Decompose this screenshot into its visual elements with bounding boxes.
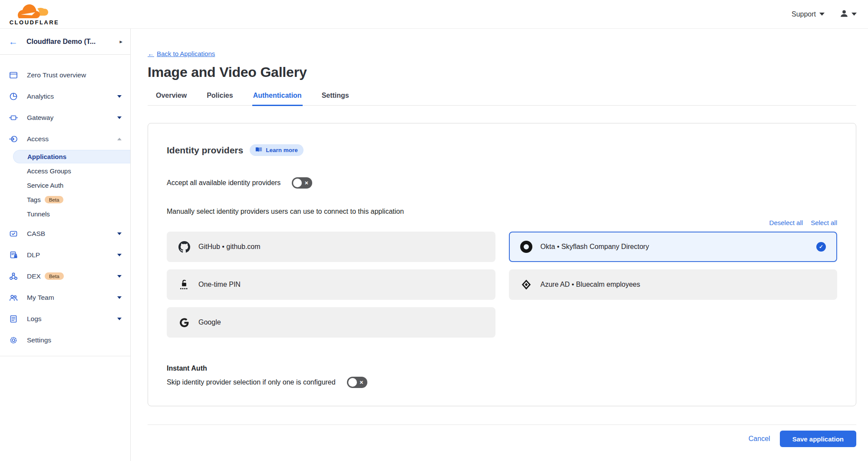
sidebar-item-zero-trust-overview[interactable]: Zero Trust overview bbox=[0, 64, 130, 86]
analytics-icon bbox=[9, 92, 18, 101]
google-icon bbox=[178, 317, 190, 328]
support-label: Support bbox=[792, 10, 816, 18]
access-sub-menu: Applications Access Groups Service Auth … bbox=[0, 150, 130, 221]
access-icon bbox=[9, 134, 18, 143]
card-title: Identity providers bbox=[167, 145, 243, 156]
learn-more-label: Learn more bbox=[266, 147, 298, 153]
sidebar-item-logs[interactable]: Logs bbox=[0, 308, 130, 329]
sidebar-item-dex[interactable]: DEX Beta bbox=[0, 265, 130, 287]
gateway-icon bbox=[9, 113, 18, 122]
toggle-knob bbox=[348, 378, 357, 387]
chevron-down-icon[interactable] bbox=[117, 275, 122, 278]
sidebar-item-label: Service Auth bbox=[27, 182, 63, 189]
selected-check-icon: ✓ bbox=[816, 242, 826, 252]
sidebar-item-settings[interactable]: Settings bbox=[0, 329, 130, 351]
tab-overview[interactable]: Overview bbox=[155, 92, 188, 106]
user-icon bbox=[839, 9, 849, 20]
manual-select-label: Manually select identity providers users… bbox=[167, 208, 837, 216]
cancel-button[interactable]: Cancel bbox=[749, 435, 770, 443]
tab-bar: Overview Policies Authentication Setting… bbox=[148, 92, 856, 106]
sidebar-item-applications[interactable]: Applications bbox=[13, 150, 130, 163]
back-to-applications-link[interactable]: ← Back to Applications bbox=[148, 50, 215, 57]
casb-icon bbox=[9, 229, 18, 238]
save-application-button[interactable]: Save application bbox=[780, 431, 856, 447]
provider-okta[interactable]: Okta • Skyflash Company Directory ✓ bbox=[509, 232, 838, 262]
team-icon bbox=[9, 293, 18, 302]
identity-providers-card: Identity providers Learn more Accept all… bbox=[148, 123, 856, 406]
provider-one-time-pin[interactable]: One-time PIN bbox=[167, 269, 495, 300]
sidebar-item-label: My Team bbox=[27, 294, 54, 302]
sidebar-divider bbox=[0, 356, 130, 356]
sidebar-item-label: Tunnels bbox=[27, 210, 50, 218]
sidebar-item-tags[interactable]: Tags Beta bbox=[0, 192, 130, 207]
chevron-down-icon[interactable] bbox=[117, 95, 122, 98]
account-switcher[interactable]: ← Cloudflare Demo (T... ▸ bbox=[0, 29, 130, 55]
select-all-link[interactable]: Select all bbox=[811, 219, 837, 226]
provider-google[interactable]: Google bbox=[167, 307, 495, 338]
back-link-label: Back to Applications bbox=[157, 50, 215, 57]
cloudflare-logo: CLOUDFLARE bbox=[6, 3, 63, 26]
sidebar-item-tunnels[interactable]: Tunnels bbox=[0, 207, 130, 221]
tab-policies[interactable]: Policies bbox=[206, 92, 234, 106]
provider-name: Okta • Skyflash Company Directory bbox=[541, 243, 649, 251]
sidebar-item-my-team[interactable]: My Team bbox=[0, 287, 130, 308]
accept-all-label: Accept all available identity providers bbox=[167, 179, 281, 187]
sidebar-item-label: Gateway bbox=[27, 114, 53, 122]
sidebar-item-label: Access Groups bbox=[27, 167, 71, 175]
page-title: Image and Video Gallery bbox=[148, 63, 856, 81]
chevron-right-icon[interactable]: ▸ bbox=[119, 38, 122, 45]
back-arrow-icon[interactable]: ← bbox=[9, 37, 18, 46]
sidebar-item-label: Tags bbox=[27, 196, 41, 203]
support-menu[interactable]: Support bbox=[792, 10, 825, 18]
sidebar-item-service-auth[interactable]: Service Auth bbox=[0, 178, 130, 192]
instant-auth-label: Skip identity provider selection if only… bbox=[167, 378, 336, 386]
sidebar-item-casb[interactable]: CASB bbox=[0, 223, 130, 244]
sidebar-item-label: DEX bbox=[27, 272, 41, 280]
sidebar-item-label: CASB bbox=[27, 230, 45, 238]
instant-auth-toggle[interactable]: ✕ bbox=[347, 377, 367, 388]
main-content: ← Back to Applications Image and Video G… bbox=[131, 29, 868, 461]
chevron-down-icon[interactable] bbox=[117, 254, 122, 256]
user-menu[interactable] bbox=[839, 9, 857, 20]
chevron-down-icon bbox=[851, 13, 857, 16]
provider-name: One-time PIN bbox=[198, 281, 241, 289]
tab-authentication[interactable]: Authentication bbox=[252, 92, 303, 106]
provider-grid: GitHub • github.com Okta • Skyflash Comp… bbox=[167, 232, 837, 338]
instant-auth-heading: Instant Auth bbox=[167, 365, 837, 372]
sidebar-item-label: Applications bbox=[27, 153, 66, 160]
dex-icon bbox=[9, 272, 18, 281]
chevron-down-icon[interactable] bbox=[117, 296, 122, 299]
toggle-x-icon: ✕ bbox=[304, 180, 308, 186]
chevron-down-icon[interactable] bbox=[117, 116, 122, 119]
sidebar-item-gateway[interactable]: Gateway bbox=[0, 107, 130, 128]
chevron-up-icon[interactable] bbox=[117, 138, 122, 140]
chevron-down-icon[interactable] bbox=[117, 318, 122, 320]
sidebar-item-access-groups[interactable]: Access Groups bbox=[0, 164, 130, 178]
account-name: Cloudflare Demo (T... bbox=[26, 38, 119, 46]
sidebar-item-dlp[interactable]: DLP bbox=[0, 244, 130, 265]
sidebar-item-label: Analytics bbox=[27, 93, 54, 100]
chevron-down-icon[interactable] bbox=[117, 232, 122, 235]
gear-icon bbox=[9, 335, 18, 345]
sidebar-item-label: Settings bbox=[27, 336, 51, 344]
provider-azure-ad[interactable]: Azure AD • Bluecalm employees bbox=[509, 269, 838, 300]
beta-badge: Beta bbox=[45, 272, 64, 280]
sidebar-item-label: Logs bbox=[27, 315, 42, 323]
provider-name: Azure AD • Bluecalm employees bbox=[541, 281, 640, 289]
cloudflare-cloud-icon bbox=[18, 3, 51, 20]
logs-icon bbox=[9, 314, 18, 323]
accept-all-toggle[interactable]: ✕ bbox=[292, 177, 312, 189]
sidebar-item-access[interactable]: Access bbox=[0, 128, 130, 149]
book-icon bbox=[255, 147, 262, 154]
tab-settings[interactable]: Settings bbox=[321, 92, 350, 106]
sidebar: ← Cloudflare Demo (T... ▸ Zero Trust ove… bbox=[0, 29, 131, 461]
back-arrow-icon: ← bbox=[148, 50, 154, 57]
one-time-pin-icon bbox=[178, 279, 190, 290]
azure-ad-icon bbox=[520, 279, 532, 290]
provider-github[interactable]: GitHub • github.com bbox=[167, 232, 495, 262]
sidebar-item-analytics[interactable]: Analytics bbox=[0, 86, 130, 107]
sidebar-item-label: DLP bbox=[27, 251, 40, 259]
learn-more-badge[interactable]: Learn more bbox=[250, 144, 304, 156]
deselect-all-link[interactable]: Deselect all bbox=[769, 219, 803, 226]
beta-badge: Beta bbox=[45, 196, 64, 203]
